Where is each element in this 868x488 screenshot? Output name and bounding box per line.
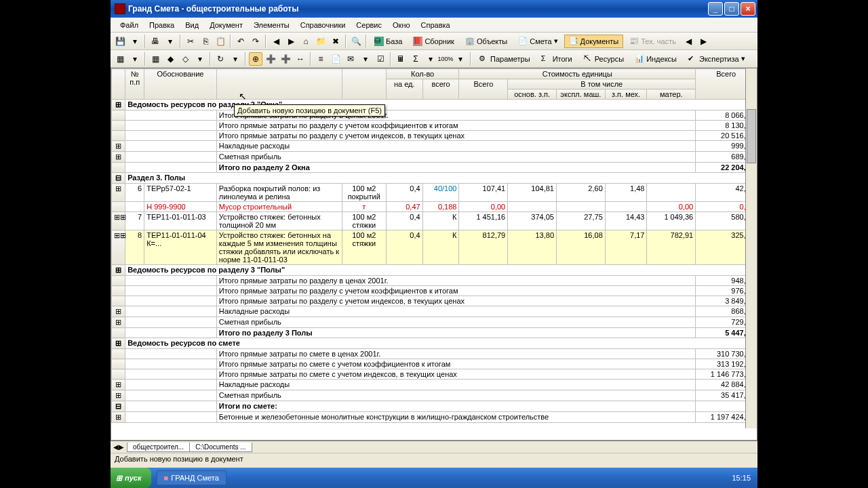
tb2-list-icon[interactable]: ≡ [314,52,328,66]
tb2-grid-icon[interactable]: ▦ [149,52,162,66]
summary-row: Итого прямые затраты по разделу в ценах … [112,276,757,286]
menu-spravochniki[interactable]: Справочники [295,19,351,31]
taskbar-item[interactable]: ■ГРАНД Смета [157,470,226,485]
tb2-3-icon[interactable]: ◇ [178,52,192,66]
col-kolvo[interactable]: Кол-во [386,69,459,79]
btn-documents[interactable]: 📑Документы [564,35,624,48]
menu-elements[interactable]: Элементы [248,19,295,31]
col-ed[interactable] [342,69,386,100]
col-osnov[interactable]: основ. з.п. [508,89,557,100]
col-mater[interactable]: матер. [647,89,696,100]
undo-icon[interactable]: ↶ [234,35,248,48]
col-ekspl[interactable]: экспл. маш. [557,89,606,100]
tb2-plus2-icon[interactable]: ➕ [279,52,292,66]
delete-icon[interactable]: ✖ [329,35,342,48]
bottom-tabs: ◀▶ общестроител... C:\Documents ... [111,441,757,453]
app-icon [115,3,125,14]
btn-smeta[interactable]: 📄Смета▾ [513,35,562,48]
summary-row: ⊞Сметная прибыль689,12 [112,152,757,163]
btn-tech[interactable]: 📰Тех. часть [625,35,681,48]
menu-window[interactable]: Окно [387,19,416,31]
btn-objects[interactable]: 🏢Объекты [460,35,512,48]
redo-icon[interactable]: ↷ [249,35,262,48]
tb2-refresh-icon[interactable]: ↻ [214,52,227,66]
tb2-sum-icon[interactable]: Σ [409,52,422,66]
summary-row: Итого прямые затраты по разделу в ценах … [112,110,757,121]
minimize-button[interactable]: _ [708,2,723,16]
window-title: Гранд Смета - общестроительные работы [128,4,298,14]
btn-resources[interactable]: ⛏Ресурсы [578,52,629,66]
summary-row: Итого прямые затраты по разделу с учетом… [112,286,757,296]
section-row: ⊞Ведомость ресурсов по смете [112,338,757,349]
col-vsego2[interactable]: Всего [459,79,508,100]
status-bar: Добавить новую позицию в документ [111,453,757,466]
btn-expertiza[interactable]: ✔Экспертиза▾ [683,52,750,66]
menu-help[interactable]: Справка [416,19,456,31]
summary-row: ⊞Сметная прибыль729,41 [112,317,757,328]
tab-doc2[interactable]: C:\Documents ... [189,443,252,452]
tb2-mail-icon[interactable]: ✉ [344,52,357,66]
print-icon[interactable]: 🖶 [149,35,162,48]
summary-row-total: ⊟Итоги по смете: [112,401,757,412]
print-dropdown-icon[interactable]: ▾ [163,35,177,48]
close-button[interactable]: × [741,2,755,16]
col-vtom[interactable]: В том числе [508,79,696,89]
menu-file[interactable]: Файл [115,19,144,31]
tb2-2-icon[interactable]: ◆ [163,52,177,66]
col-naed[interactable]: на ед. [386,79,422,100]
table-row: ⊞⊞7ТЕР11-01-011-03Устройство стяжек: бет… [112,212,757,230]
summary-row: Итого прямые затраты по разделу с учетом… [112,131,757,141]
table-row-waste: Н 999-9900Мусор строительныйт0,470,1880,… [112,202,757,212]
btn-itogi[interactable]: ΣИтоги [536,52,577,66]
section-row: ⊞Ведомость ресурсов по разделу 3 "Полы" [112,265,757,276]
start-button[interactable]: ⊞пуск [111,468,151,488]
home-icon[interactable]: ⌂ [299,35,313,48]
section-row: ⊟Раздел 3. Полы [112,173,757,184]
col-vs[interactable]: всего [422,79,459,100]
col-zpmeh[interactable]: з.п. мех. [605,89,647,100]
summary-row: Итого прямые затраты по разделу с учетом… [112,296,757,306]
btn-indexes[interactable]: 📊Индексы [630,52,682,66]
tb2-arrow-icon[interactable]: ↔ [294,52,307,66]
folder-icon[interactable]: 📁 [314,35,328,48]
tb2-calc-icon[interactable]: 🖩 [394,52,408,66]
tb2-plus-icon[interactable]: ➕ [264,52,277,66]
tb2-check-icon[interactable]: ☑ [374,52,387,66]
cut-icon[interactable]: ✂ [184,35,197,48]
col-np[interactable]: № п.п [125,69,144,100]
menu-service[interactable]: Сервис [351,19,387,31]
btn-params[interactable]: ⚙Параметры [474,52,535,66]
tb2-doc-icon[interactable]: 📄 [329,52,342,66]
copy-icon[interactable]: ⎘ [199,35,212,48]
forward-icon[interactable]: ▶ [284,35,298,48]
btn-sbornik[interactable]: 📕Сборник [408,35,459,48]
summary-row: Итого прямые затраты по разделу с учетом… [112,121,757,131]
menu-edit[interactable]: Правка [144,19,180,31]
search-icon[interactable]: 🔍 [349,35,363,48]
summary-row: ⊞Накладные расходы42 884,77 [112,380,757,390]
tb2-4-icon[interactable]: ▾ [193,52,207,66]
summary-row-total: Итого по разделу 3 Полы5 447,16 [112,328,757,338]
tb2-percent-icon[interactable]: 100% [439,52,452,66]
clock[interactable]: 15:15 [732,474,757,482]
save-dropdown-icon[interactable]: ▾ [128,35,142,48]
nav-left-icon[interactable]: ◀ [682,35,696,48]
back-icon[interactable]: ◀ [269,35,283,48]
summary-row: ⊞Сметная прибыль35 417,81 [112,390,757,401]
menu-view[interactable]: Вид [180,19,204,31]
col-stoim[interactable]: Стоимость единицы [459,69,696,79]
tb2-1-icon[interactable]: ▦ [113,52,127,66]
maximize-button[interactable]: □ [724,2,739,16]
paste-icon[interactable]: 📋 [214,35,227,48]
vertical-scrollbar[interactable] [745,68,757,428]
menu-document[interactable]: Документ [204,19,248,31]
summary-row: Итого прямые затраты по смете с учетом и… [112,369,757,380]
col-obosn[interactable]: Обоснование [144,69,217,100]
tab-doc1[interactable]: общестроител... [127,443,190,452]
col-naimen[interactable] [216,69,342,100]
nav-right-icon[interactable]: ▶ [697,35,711,48]
add-position-icon[interactable]: ⊕ [249,52,262,66]
btn-database[interactable]: ⛁База [370,35,407,48]
save-icon[interactable]: 💾 [113,35,127,48]
data-grid[interactable]: № п.п Обоснование Кол-во Стоимость едини… [111,68,757,441]
